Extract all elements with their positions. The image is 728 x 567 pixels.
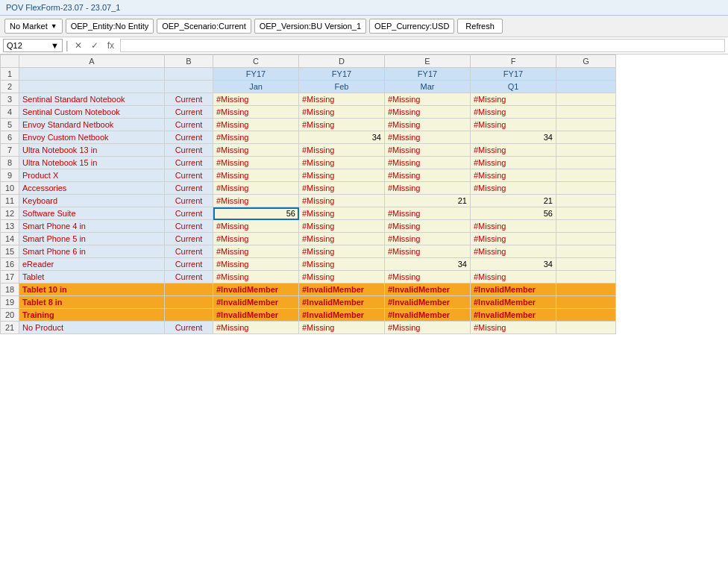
data-cell-f[interactable]: #Missing (471, 144, 556, 157)
data-cell-d[interactable]: #Missing (299, 93, 385, 106)
data-cell-c[interactable]: #InvalidMember (213, 309, 299, 322)
data-cell-c[interactable]: #Missing (213, 322, 299, 334)
data-cell-c[interactable]: #Missing (213, 157, 299, 169)
product-cell[interactable]: Envoy Custom Netbook (19, 131, 165, 144)
scenario-cell[interactable]: Current (165, 220, 213, 233)
data-cell-e[interactable]: 21 (385, 195, 471, 207)
data-cell-f[interactable]: 34 (471, 131, 556, 144)
data-cell-f[interactable]: #Missing (471, 233, 556, 245)
data-cell-f[interactable]: #Missing (471, 322, 556, 334)
data-cell-c[interactable]: #Missing (213, 233, 299, 245)
col-header-b[interactable]: B (165, 55, 213, 68)
data-cell-g[interactable] (556, 195, 616, 207)
data-cell-d[interactable]: 34 (299, 131, 385, 144)
scenario-cell[interactable] (165, 284, 213, 296)
product-cell[interactable]: Training (19, 309, 165, 322)
data-cell-d[interactable]: #Missing (299, 220, 385, 233)
version-dropdown[interactable]: OEP_Version:BU Version_1 (254, 19, 366, 34)
h1-f[interactable]: FY17 (471, 68, 556, 81)
data-cell-e[interactable]: #Missing (385, 182, 471, 195)
data-cell-e[interactable]: #InvalidMember (385, 309, 471, 322)
h2-g[interactable] (556, 81, 616, 93)
data-cell-g[interactable] (556, 93, 616, 106)
data-cell-e[interactable]: #Missing (385, 245, 471, 258)
scenario-cell[interactable]: Current (165, 258, 213, 271)
data-cell-g[interactable] (556, 220, 616, 233)
data-cell-c[interactable]: #Missing (213, 245, 299, 258)
data-cell-c[interactable]: #Missing (213, 131, 299, 144)
scenario-cell[interactable]: Current (165, 182, 213, 195)
h1-e[interactable]: FY17 (385, 68, 471, 81)
data-cell-e[interactable]: #InvalidMember (385, 296, 471, 309)
data-cell-g[interactable] (556, 233, 616, 245)
data-cell-c[interactable]: #Missing (213, 182, 299, 195)
data-cell-d[interactable]: #Missing (299, 195, 385, 207)
product-cell[interactable]: eReader (19, 258, 165, 271)
data-cell-c[interactable]: #Missing (213, 93, 299, 106)
h1-b[interactable] (165, 68, 213, 81)
data-cell-f[interactable]: 21 (471, 195, 556, 207)
data-cell-c[interactable]: 56 (213, 207, 299, 220)
scenario-cell[interactable]: Current (165, 271, 213, 284)
col-header-d[interactable]: D (299, 55, 385, 68)
data-cell-e[interactable]: #Missing (385, 106, 471, 119)
data-cell-e[interactable]: #InvalidMember (385, 284, 471, 296)
data-cell-c[interactable]: #Missing (213, 258, 299, 271)
data-cell-f[interactable]: 34 (471, 258, 556, 271)
data-cell-g[interactable] (556, 182, 616, 195)
product-cell[interactable]: Ultra Notebook 13 in (19, 144, 165, 157)
scenario-cell[interactable]: Current (165, 207, 213, 220)
h2-f[interactable]: Q1 (471, 81, 556, 93)
data-cell-d[interactable]: #Missing (299, 119, 385, 131)
h2-c[interactable]: Jan (213, 81, 299, 93)
entity-dropdown[interactable]: OEP_Entity:No Entity (66, 19, 154, 34)
data-cell-e[interactable]: #Missing (385, 271, 471, 284)
col-header-a[interactable]: A (19, 55, 165, 68)
data-cell-e[interactable]: #Missing (385, 322, 471, 334)
data-cell-f[interactable]: #Missing (471, 245, 556, 258)
product-cell[interactable]: Smart Phone 4 in (19, 220, 165, 233)
scenario-cell[interactable]: Current (165, 119, 213, 131)
data-cell-f[interactable]: #Missing (471, 93, 556, 106)
col-header-g[interactable]: G (556, 55, 616, 68)
cancel-icon[interactable]: ✕ (72, 39, 85, 52)
product-cell[interactable]: No Product (19, 322, 165, 334)
data-cell-e[interactable]: #Missing (385, 233, 471, 245)
product-cell[interactable]: Software Suite (19, 207, 165, 220)
data-cell-f[interactable]: #Missing (471, 220, 556, 233)
product-cell[interactable]: Tablet (19, 271, 165, 284)
data-cell-g[interactable] (556, 157, 616, 169)
data-cell-f[interactable]: #InvalidMember (471, 309, 556, 322)
name-box[interactable]: Q12 ▼ (3, 39, 63, 52)
scenario-cell[interactable]: Current (165, 106, 213, 119)
data-cell-f[interactable]: #Missing (471, 157, 556, 169)
data-cell-g[interactable] (556, 284, 616, 296)
data-cell-d[interactable]: #Missing (299, 207, 385, 220)
product-cell[interactable]: Accessories (19, 182, 165, 195)
data-cell-c[interactable]: #Missing (213, 169, 299, 182)
data-cell-g[interactable] (556, 258, 616, 271)
data-cell-c[interactable]: #Missing (213, 144, 299, 157)
scenario-cell[interactable]: Current (165, 144, 213, 157)
data-cell-e[interactable]: #Missing (385, 220, 471, 233)
scenario-cell[interactable]: Current (165, 157, 213, 169)
data-cell-c[interactable]: #Missing (213, 220, 299, 233)
h1-a[interactable] (19, 68, 165, 81)
data-cell-f[interactable]: #Missing (471, 271, 556, 284)
data-cell-e[interactable]: #Missing (385, 131, 471, 144)
data-cell-d[interactable]: #Missing (299, 271, 385, 284)
data-cell-e[interactable]: #Missing (385, 93, 471, 106)
col-header-f[interactable]: F (471, 55, 556, 68)
data-cell-d[interactable]: #Missing (299, 169, 385, 182)
product-cell[interactable]: Smart Phone 5 in (19, 233, 165, 245)
currency-dropdown[interactable]: OEP_Currency:USD (369, 19, 454, 34)
product-cell[interactable]: Sentinal Custom Notebook (19, 106, 165, 119)
product-cell[interactable]: Smart Phone 6 in (19, 245, 165, 258)
data-cell-f[interactable]: #Missing (471, 106, 556, 119)
product-cell[interactable]: Ultra Notebook 15 in (19, 157, 165, 169)
data-cell-d[interactable]: #Missing (299, 245, 385, 258)
data-cell-g[interactable] (556, 207, 616, 220)
product-cell[interactable]: Product X (19, 169, 165, 182)
data-cell-c[interactable]: #InvalidMember (213, 284, 299, 296)
product-cell[interactable]: Tablet 10 in (19, 284, 165, 296)
